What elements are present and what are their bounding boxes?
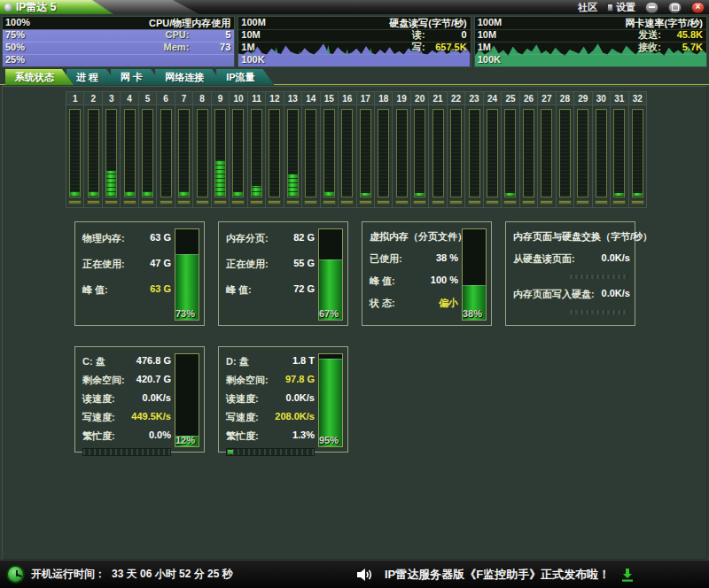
stat-label: 剩余空间:	[82, 374, 125, 387]
scale-tick: 100K	[478, 54, 501, 66]
stat-value: 63 G	[150, 232, 171, 245]
core-column: 8	[193, 92, 211, 207]
tab-ip-traffic[interactable]: IP流量	[216, 69, 274, 85]
scale-tick: 1M	[241, 42, 254, 53]
stat-value: 420.7 G	[136, 374, 171, 387]
core-usage-bar	[596, 109, 607, 197]
stat-row: 峰 值:63 G	[82, 283, 171, 297]
core-number: 7	[175, 92, 192, 105]
core-usage-bar	[251, 109, 262, 197]
stat-value: 1.8 T	[292, 355, 315, 368]
core-number: 5	[139, 92, 156, 105]
stat-label: 写速度:	[226, 411, 259, 424]
core-column: 17	[357, 92, 375, 207]
core-bar-base	[413, 200, 426, 205]
maximize-button[interactable]	[668, 2, 682, 13]
core-usage-fill	[633, 193, 643, 197]
core-bar-base	[595, 200, 608, 205]
memory-panels-row: 物理内存:63 G正在使用:47 G峰 值:63 G 73% 内存分页:82 G…	[74, 221, 635, 326]
stat-label: 已使用:	[370, 252, 402, 266]
core-number: 6	[157, 92, 174, 105]
core-usage-bar	[287, 109, 299, 197]
stat-row: 正在使用:47 G	[82, 258, 171, 271]
vbar-fill	[319, 359, 342, 446]
core-bar-base	[87, 200, 100, 205]
cpu-cores-grid: 1234567891011121314151617181920212223242…	[66, 91, 647, 208]
system-status-page: 1234567891011121314151617181920212223242…	[2, 86, 707, 560]
core-column: 28	[557, 92, 574, 207]
core-bar-base	[323, 200, 336, 205]
memory-paging-panel: 内存分页:82 G正在使用:55 G峰 值:72 G 67%	[218, 221, 348, 326]
close-button[interactable]: ×	[691, 2, 705, 13]
stat-row: 繁忙度:1.3%	[226, 429, 315, 443]
stripe-indicator	[570, 275, 628, 279]
tab-system-status[interactable]: 系统状态	[5, 69, 74, 85]
core-column: 20	[411, 92, 429, 207]
vbar-percent-label: 95%	[316, 435, 342, 445]
core-number: 30	[593, 92, 610, 105]
core-usage-bar	[577, 109, 588, 197]
core-column: 31	[611, 92, 628, 207]
stat-value: 100 %	[431, 275, 458, 288]
scale-tick: 50%	[5, 42, 25, 53]
core-bar-base	[196, 200, 209, 205]
core-usage-bar	[269, 109, 280, 197]
core-bar-base	[522, 200, 535, 205]
mem-readout: Mem: 73	[164, 42, 231, 53]
core-usage-fill	[324, 191, 334, 197]
page-swap-panel: 内存页面与硬盘交换（字节/秒） 从硬盘读页面:0.0K/s内存页面写入硬盘:0.…	[505, 221, 635, 326]
core-bar-base	[123, 200, 136, 205]
stat-value: 63 G	[150, 283, 171, 297]
core-number: 15	[321, 92, 338, 105]
core-bar-base	[304, 200, 317, 205]
tab-processes[interactable]: 进 程	[66, 69, 118, 85]
stat-value: 208.0K/s	[275, 411, 315, 424]
tab-network-card[interactable]: 网 卡	[111, 69, 162, 85]
stat-label: 内存页面写入硬盘:	[513, 288, 595, 301]
minimize-button[interactable]	[645, 2, 658, 13]
network-graph-panel: 100M 10M 1M 100K 网卡速率(字节/秒) 发送: 45.8K 接收…	[474, 16, 707, 67]
core-usage-bar	[487, 109, 498, 197]
core-usage-bar	[142, 109, 153, 197]
speaker-icon[interactable]	[356, 568, 373, 582]
core-bar-base	[558, 200, 572, 205]
core-number: 20	[411, 92, 428, 105]
core-column: 7	[175, 92, 193, 207]
stat-row: 繁忙度:0.0%	[82, 429, 171, 443]
core-column: 14	[302, 92, 320, 207]
core-number: 24	[484, 92, 501, 105]
core-usage-bar	[341, 109, 353, 197]
community-link[interactable]: 社区	[578, 1, 597, 14]
download-icon[interactable]	[621, 569, 634, 582]
core-usage-bar	[378, 109, 389, 197]
scale-tick: 1M	[478, 42, 491, 53]
settings-link[interactable]: 设置	[607, 1, 635, 14]
core-column: 16	[339, 92, 356, 207]
core-number: 28	[557, 92, 573, 105]
stat-label: 从硬盘读页面:	[513, 252, 575, 266]
stat-label: C: 盘	[82, 355, 105, 368]
core-bar-base	[612, 200, 626, 205]
core-bar-base	[486, 200, 499, 205]
announcement-text[interactable]: IP雷达服务器版《F监控助手》正式发布啦！	[385, 567, 610, 583]
stat-label: 内存分页:	[226, 232, 269, 245]
stat-value: 1.3%	[292, 429, 315, 443]
core-usage-bar	[160, 109, 172, 197]
busy-fill	[228, 450, 233, 454]
stat-row: 剩余空间:97.8 G	[226, 374, 315, 387]
core-usage-bar	[124, 109, 136, 197]
scale-tick: 100%	[5, 17, 30, 28]
stat-row: C: 盘476.8 G	[82, 355, 171, 368]
core-column: 22	[448, 92, 465, 207]
disk-panels-row: C: 盘476.8 G剩余空间:420.7 G读速度:0.0K/s写速度:449…	[74, 346, 348, 453]
core-column: 13	[284, 92, 302, 207]
stat-label: 正在使用:	[82, 258, 125, 271]
stat-value: 0.0%	[149, 429, 171, 443]
stat-value: 0.0K/s	[602, 252, 630, 266]
statusbar: 开机运行时间： 33 天 06 小时 52 分 25 秒 IP雷达服务器版《F监…	[0, 560, 709, 588]
core-usage-bar	[469, 109, 480, 197]
tab-network-connections[interactable]: 网络连接	[155, 69, 223, 85]
scale-tick: 100M	[241, 17, 266, 28]
core-column: 29	[574, 92, 592, 207]
core-usage-fill	[125, 191, 135, 197]
